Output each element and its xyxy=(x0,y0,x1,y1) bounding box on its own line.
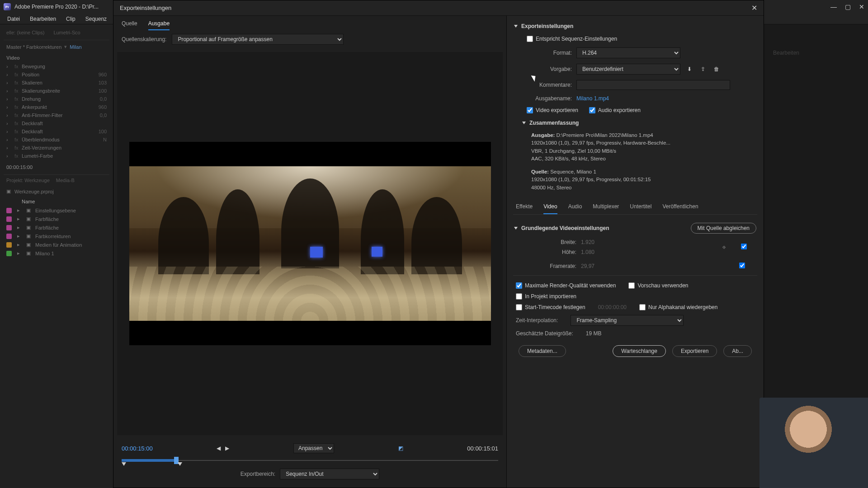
queue-button[interactable]: Warteschlange xyxy=(613,345,666,357)
sequence-link[interactable]: Milan xyxy=(70,44,81,50)
tab-audio[interactable]: Audio xyxy=(568,203,582,214)
estimated-size-value: 19 MB xyxy=(586,330,602,337)
minimize-button[interactable]: — xyxy=(830,3,837,10)
panel-tab: Lumetri-Sco xyxy=(53,30,80,35)
project-item[interactable]: ▸▣Farbfläche xyxy=(4,223,109,232)
project-item[interactable]: ▸▣Milano 1 xyxy=(4,249,109,258)
alpha-only-checkbox[interactable] xyxy=(639,304,646,310)
metadata-button[interactable]: Metadaten... xyxy=(519,345,566,357)
project-item[interactable]: ▸▣Einstellungsebene xyxy=(4,206,109,215)
effect-row: ›fxLumetri-Farbe xyxy=(4,152,109,160)
summary-source-label: Quelle: xyxy=(531,169,549,174)
timecode-total: 00:00:15:01 xyxy=(467,445,498,452)
tab-effects[interactable]: Effekte xyxy=(516,203,533,214)
effect-row: ›fxAnti-Flimmer-Filter0,0 xyxy=(4,111,109,119)
alpha-only-label: Nur Alphakanal wiedergeben xyxy=(648,304,717,310)
preview-image xyxy=(129,166,491,321)
tab-output[interactable]: Ausgabe xyxy=(148,20,170,30)
output-name-label: Ausgabename: xyxy=(527,95,572,102)
export-button[interactable]: Exportieren xyxy=(672,345,717,357)
height-value[interactable]: 1.080 xyxy=(581,249,608,255)
export-settings-section: Exporteinstellungen xyxy=(521,23,573,29)
timeline-slider[interactable] xyxy=(122,456,498,465)
tab-publish[interactable]: Veröffentlichen xyxy=(662,203,698,214)
width-label: Breite: xyxy=(540,239,576,245)
summary-output-label: Ausgabe: xyxy=(531,132,555,138)
output-name-link[interactable]: Milano 1.mp4 xyxy=(576,95,609,102)
width-value[interactable]: 1.920 xyxy=(581,239,608,245)
match-sequence-checkbox[interactable] xyxy=(527,36,533,42)
match-width-height-checkbox[interactable] xyxy=(741,244,747,249)
match-source-button[interactable]: Mit Quelle abgleichen xyxy=(691,223,756,234)
set-start-tc-label: Start-Timecode festlegen xyxy=(525,304,585,310)
chevron-down-icon[interactable] xyxy=(514,227,518,230)
time-interpolation-select[interactable]: Frame-Sampling xyxy=(571,315,684,326)
project-item[interactable]: ▸▣Farbkorrekturen xyxy=(4,232,109,240)
format-label: Format: xyxy=(527,50,572,56)
format-select[interactable]: H.264 xyxy=(576,47,680,58)
lumetri-tab: Bearbeiten xyxy=(773,50,863,56)
import-project-label: In Projekt importieren xyxy=(525,293,576,300)
preview-area xyxy=(117,52,503,435)
crop-icon[interactable]: ◩ xyxy=(398,445,403,451)
estimated-size-label: Geschätzte Dateigröße: xyxy=(516,330,573,337)
source-scaling-select[interactable]: Proportional auf Framegröße anpassen xyxy=(172,34,344,45)
set-start-tc-checkbox[interactable] xyxy=(516,304,522,310)
bin-icon: ▣ xyxy=(6,188,11,194)
menu-edit[interactable]: Bearbeiten xyxy=(25,15,61,23)
webcam-overlay xyxy=(760,398,868,488)
cancel-button[interactable]: Ab... xyxy=(723,345,752,357)
project-item[interactable]: ▸▣Medien für Animation xyxy=(4,240,109,249)
framerate-value[interactable]: 29,97 xyxy=(581,263,608,269)
use-previews-checkbox[interactable] xyxy=(628,282,635,289)
chevron-down-icon[interactable] xyxy=(514,25,518,28)
comments-input[interactable] xyxy=(576,80,730,90)
menu-clip[interactable]: Clip xyxy=(61,15,80,23)
delete-preset-icon[interactable]: 🗑 xyxy=(712,65,721,74)
timecode-display: 00:00:15:00 xyxy=(4,160,109,174)
time-interpolation-label: Zeit-Interpolation: xyxy=(516,317,558,324)
comments-label: Kommentare: xyxy=(527,82,572,88)
column-header-name: Name xyxy=(4,197,109,206)
summary-section: Zusammenfassung xyxy=(529,120,579,126)
match-sequence-label: Entspricht Sequenz-Einstellungen xyxy=(536,36,617,42)
project-item[interactable]: ▸▣Farbfläche xyxy=(4,215,109,223)
source-scaling-label: Quellenskalierung: xyxy=(122,36,166,42)
preview-frame xyxy=(129,142,491,345)
timecode-current[interactable]: 00:00:15:00 xyxy=(122,445,153,452)
tab-video[interactable]: Video xyxy=(543,203,557,214)
import-project-checkbox[interactable] xyxy=(516,293,522,300)
play-icon[interactable]: ▶ xyxy=(225,445,229,451)
export-audio-checkbox[interactable] xyxy=(589,107,595,113)
tab-multiplexer[interactable]: Multiplexer xyxy=(593,203,619,214)
max-render-quality-checkbox[interactable] xyxy=(516,282,522,289)
export-range-select[interactable]: Sequenz In/Out xyxy=(280,469,379,479)
project-tab: Projekt: Werkzeuge xyxy=(6,178,50,183)
fit-select[interactable]: Anpassen xyxy=(293,443,334,453)
effect-controls-panel: elle: (keine Clips) Lumetri-Sco Master *… xyxy=(0,24,113,488)
import-preset-icon[interactable]: ⇪ xyxy=(698,65,708,74)
tab-captions[interactable]: Untertitel xyxy=(630,203,651,214)
chevron-down-icon[interactable] xyxy=(522,122,526,124)
framerate-label: Framerate: xyxy=(540,263,576,269)
lumetri-panel-stub: Bearbeiten xyxy=(773,50,863,56)
effect-row: ›fxPosition960 xyxy=(4,70,109,79)
preset-label: Vorgabe: xyxy=(527,66,572,72)
video-section-label: Video xyxy=(4,53,109,62)
app-icon: Pr xyxy=(4,3,11,10)
close-icon[interactable]: ✕ xyxy=(751,4,757,12)
close-window-button[interactable]: ✕ xyxy=(859,3,864,10)
export-video-checkbox[interactable] xyxy=(527,107,533,113)
preset-select[interactable]: Benutzerdefiniert xyxy=(576,64,680,75)
save-preset-icon[interactable]: ⬇ xyxy=(685,65,694,74)
effect-row: ›fxSkalieren103 xyxy=(4,79,109,87)
match-framerate-checkbox[interactable] xyxy=(739,263,745,268)
summary-source-text: Sequence, Milano 1 868x488 (1,0), 29,9… xyxy=(531,169,651,190)
maximize-button[interactable]: ▢ xyxy=(845,3,851,10)
menu-file[interactable]: Datei xyxy=(3,15,24,23)
tab-source[interactable]: Quelle xyxy=(122,20,137,30)
master-clip-label: Master * Farbkorrekturen xyxy=(6,44,61,50)
step-back-icon[interactable]: ◀ xyxy=(217,445,221,451)
menu-sequence[interactable]: Sequenz xyxy=(81,15,111,23)
link-dimensions-icon[interactable]: ⎆ xyxy=(717,244,730,250)
